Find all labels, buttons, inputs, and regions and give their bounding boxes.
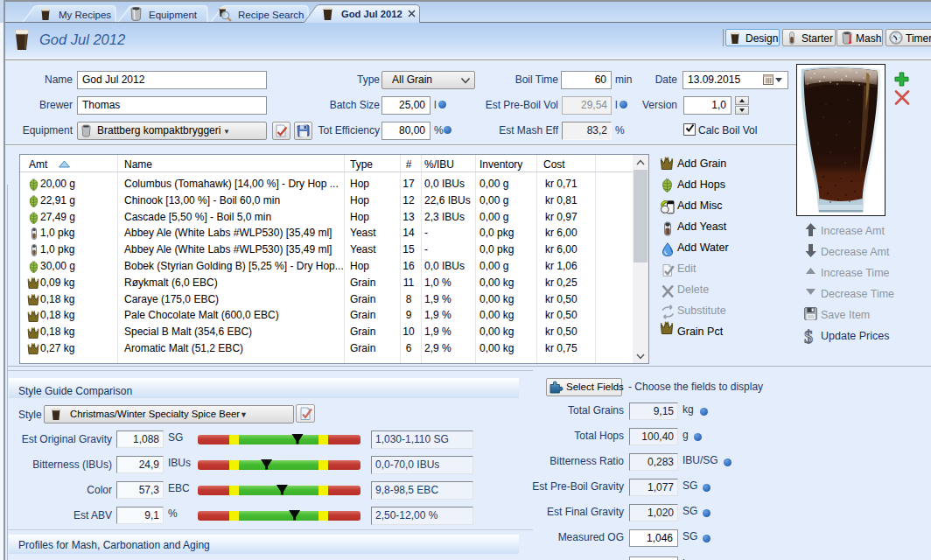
svg-text:$: $ bbox=[804, 327, 813, 344]
